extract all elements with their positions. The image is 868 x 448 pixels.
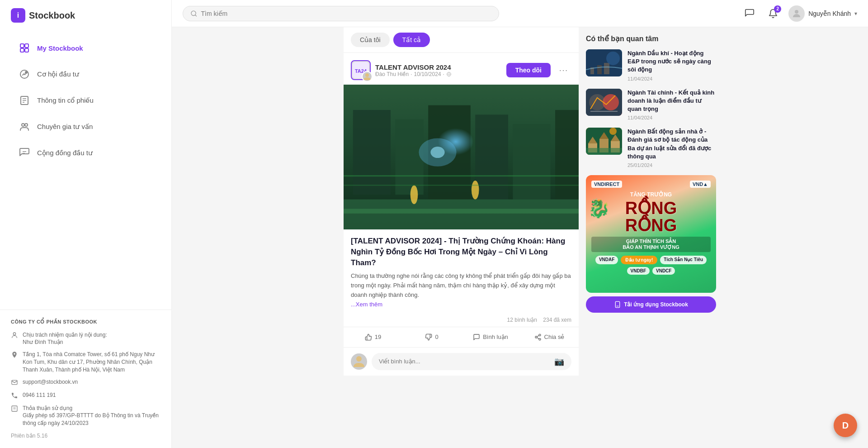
svg-point-39 <box>472 181 479 200</box>
svg-line-45 <box>537 338 539 339</box>
notifications-button[interactable]: 2 <box>765 5 781 22</box>
main-nav: My Stockbook Cơ hội đầu tư <box>0 31 171 310</box>
post-stats: 12 bình luận 234 đã xem <box>344 313 579 327</box>
svg-point-44 <box>539 338 541 340</box>
header-actions: 2 Nguyễn Khánh ▾ <box>741 5 857 22</box>
sidebar: i Stockbook My Stockbook <box>0 0 172 448</box>
svg-rect-0 <box>20 44 24 48</box>
ad-title-line2: RỒNG <box>591 217 711 234</box>
sidebar-footer: CÔNG TY CỔ PHẦN STOCKBOOK Chịu trách nhi… <box>0 310 171 448</box>
comment-input-wrap[interactable]: 📷 <box>372 353 571 370</box>
svg-point-52 <box>606 52 620 65</box>
invest-button[interactable]: Đầu tư ngay! <box>621 256 657 264</box>
suggestion-info: Ngành Tài chính - Kết quả kinh doanh là … <box>627 89 716 121</box>
ad-grow-label: TĂNG TRƯỞNG <box>591 191 711 198</box>
suggestion-date: 11/04/2024 <box>627 76 716 81</box>
disqus-icon: D <box>842 420 849 431</box>
suggestion-title: Ngành Bất động sản nhà ở - Đánh giá sơ b… <box>627 128 716 161</box>
suggestion-date: 25/01/2024 <box>627 162 716 168</box>
location-icon <box>11 351 19 359</box>
footer-phone: 0946 111 191 <box>11 391 160 400</box>
sidebar-item-my-stockbook[interactable]: My Stockbook <box>5 35 166 61</box>
message-icon <box>745 9 755 19</box>
svg-rect-64 <box>586 148 622 155</box>
messages-button[interactable] <box>741 5 758 22</box>
suggestion-card-oil[interactable]: Ngành Dầu khí - Hoạt động E&P trong nước… <box>586 49 716 81</box>
feed-tabs: Của tôi Tất cả <box>344 27 579 53</box>
post-date: 10/10/2024 <box>414 71 441 77</box>
tab-tat-ca[interactable]: Tất cả <box>393 33 430 47</box>
suggestion-image-oil <box>586 49 622 76</box>
post-more-button[interactable]: ⋯ <box>555 63 571 77</box>
comment-label: Bình luận <box>483 334 508 340</box>
suggestion-card-finance[interactable]: Ngành Tài chính - Kết quả kinh doanh là … <box>586 89 716 121</box>
ad-products: VNDAF Đầu tư ngay! Tích Sản Nục Tiêu VND… <box>591 256 711 275</box>
search-input[interactable] <box>201 10 491 17</box>
svg-rect-32 <box>513 124 550 199</box>
suggestion-date: 11/04/2024 <box>627 115 716 120</box>
search-bar[interactable] <box>183 6 499 21</box>
tab-cua-toi[interactable]: Của tôi <box>351 33 390 47</box>
comment-input-row: 📷 <box>344 347 579 376</box>
sidebar-item-label: Cơ hội đầu tư <box>37 70 79 78</box>
disqus-button[interactable]: D <box>834 414 857 437</box>
sidebar-item-label: My Stockbook <box>37 44 83 52</box>
share-button[interactable]: Chia sẻ <box>520 329 579 345</box>
vndirect-logo: VNDIRECT <box>591 181 622 188</box>
dislike-button[interactable]: 0 <box>402 329 461 345</box>
suggestion-info: Ngành Bất động sản nhà ở - Đánh giá sơ b… <box>627 128 716 168</box>
author-name: Đào Thu Hiền <box>375 71 409 77</box>
svg-rect-2 <box>20 48 24 52</box>
main-content: Của tôi Tất cả TA24 <box>344 27 868 448</box>
comment-icon <box>473 334 480 341</box>
product-vndbf: VNDBF <box>627 267 650 275</box>
phone-icon <box>11 392 19 400</box>
svg-rect-33 <box>555 110 579 204</box>
svg-point-65 <box>609 128 617 135</box>
user-name: Nguyễn Khánh <box>808 10 851 17</box>
sidebar-item-co-hoi-dau-tu[interactable]: Cơ hội đầu tư <box>5 62 166 87</box>
dislike-count: 0 <box>435 334 438 340</box>
factory-lights-effect <box>438 128 474 155</box>
svg-point-38 <box>410 185 418 204</box>
suggestions-title: Có thể bạn quan tâm <box>586 34 716 43</box>
follow-button[interactable]: Theo dõi <box>506 63 551 77</box>
expert-advisor-icon <box>18 120 31 133</box>
comment-input[interactable] <box>379 358 551 365</box>
sidebar-item-thong-tin-co-phieu[interactable]: Thông tin cổ phiếu <box>5 88 166 113</box>
see-more-link[interactable]: ...Xem thêm <box>351 301 382 308</box>
person-icon <box>11 332 19 340</box>
svg-line-46 <box>537 335 539 337</box>
ad-subtitle: GIÁP THÌN TÍCH SẢN BẢO AN THỊNH VƯỢNG <box>591 237 711 252</box>
svg-rect-3 <box>25 48 28 52</box>
sidebar-item-chuyen-gia-tu-van[interactable]: Chuyên gia tư vấn <box>5 114 166 139</box>
product-vndaf: VNDAF <box>595 256 618 264</box>
download-app-button[interactable]: Tải ứng dụng Stockbook <box>586 296 716 313</box>
post-avatar-wrap: TA24 <box>351 60 371 80</box>
camera-icon[interactable]: 📷 <box>554 357 564 367</box>
footer-email: support@stockbook.vn <box>11 378 160 387</box>
suggestion-title: Ngành Dầu khí - Hoạt động E&P trong nước… <box>627 49 716 74</box>
sidebar-item-label: Chuyên gia tư vấn <box>37 123 93 131</box>
ad-header: VNDIRECT VND▲ <box>591 181 711 188</box>
sidebar-item-cong-dong-dau-tu[interactable]: Cộng đồng đầu tư <box>5 140 166 166</box>
download-app-section: Tải ứng dụng Stockbook <box>586 296 716 313</box>
share-icon <box>534 334 542 341</box>
right-sidebar: Có thể bạn quan tâm Ngành Dầu khí - Hoạt… <box>579 27 723 448</box>
user-menu[interactable]: Nguyễn Khánh ▾ <box>788 5 857 22</box>
logo-icon: i <box>11 8 25 23</box>
comment-button[interactable]: Bình luận <box>461 329 520 345</box>
logo-text: Stockbook <box>29 10 75 21</box>
suggestion-card-realestate[interactable]: Ngành Bất động sản nhà ở - Đánh giá sơ b… <box>586 128 716 168</box>
svg-point-55 <box>603 94 619 110</box>
post-image <box>344 85 579 229</box>
svg-rect-28 <box>353 110 391 195</box>
svg-rect-29 <box>395 119 423 195</box>
vndirect-ad-banner: VNDIRECT VND▲ TĂNG TRƯỞNG RỒNG RỒNG GIÁP… <box>586 175 716 293</box>
like-count: 19 <box>375 334 381 340</box>
svg-rect-35 <box>344 209 579 213</box>
svg-rect-16 <box>12 406 17 411</box>
svg-rect-1 <box>25 44 28 48</box>
like-button[interactable]: 19 <box>344 329 402 345</box>
svg-rect-31 <box>475 114 508 199</box>
